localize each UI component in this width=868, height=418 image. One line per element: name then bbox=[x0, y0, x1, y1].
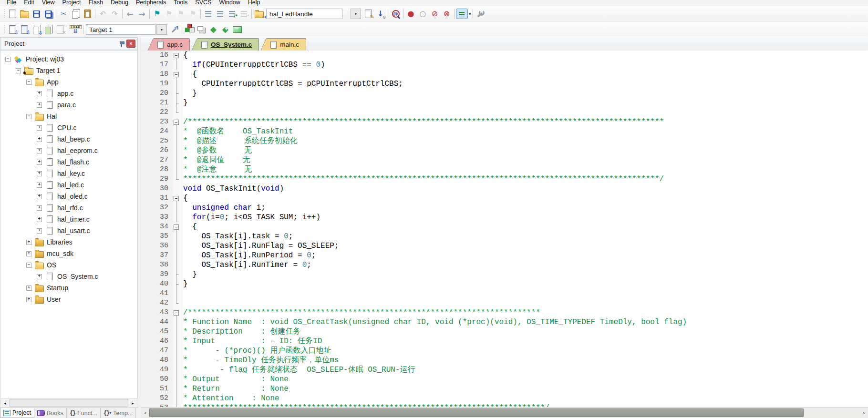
manage-rte-button[interactable] bbox=[184, 23, 196, 36]
tree-item-hal-usart-c[interactable]: +hal_usart.c bbox=[0, 225, 137, 236]
paste-button[interactable] bbox=[82, 8, 93, 20]
select-folder-objects-button[interactable]: ◆▼ bbox=[219, 23, 231, 36]
nav-forward-button[interactable]: → bbox=[136, 8, 148, 20]
expand-expander-icon[interactable]: + bbox=[37, 205, 42, 211]
bookmark-prev-button[interactable]: ⚑ bbox=[163, 8, 175, 20]
tree-item-hal-flash-c[interactable]: +hal_flash.c bbox=[0, 156, 137, 168]
fold-collapse-icon[interactable] bbox=[173, 117, 180, 127]
bookmark-clear-all-button[interactable]: ⚑ bbox=[187, 8, 199, 20]
menu-file[interactable]: File bbox=[3, 0, 20, 6]
view-tab-funct[interactable]: {}Funct... bbox=[67, 408, 101, 418]
scroll-left-arrow-icon[interactable]: ‹ bbox=[141, 409, 149, 417]
tree-item-libraries[interactable]: +Libraries bbox=[0, 236, 137, 248]
tree-item-hal-beep-c[interactable]: +hal_beep.c bbox=[0, 133, 137, 145]
uncomment-selection-button[interactable]: /* bbox=[238, 8, 250, 20]
translate-button[interactable]: ⇩ bbox=[7, 23, 19, 36]
editor-tab-main-c[interactable]: main.c bbox=[268, 38, 306, 51]
menu-project[interactable]: Project bbox=[59, 0, 85, 6]
tree-item-app-c[interactable]: +app.c bbox=[0, 88, 137, 99]
tree-item-mcu-sdk[interactable]: +mcu_sdk bbox=[0, 248, 137, 259]
incremental-find-button[interactable]: ↓⊙ bbox=[374, 8, 386, 20]
expand-expander-icon[interactable]: + bbox=[37, 217, 42, 222]
combo-dropdown-arrow-icon[interactable]: ▾ bbox=[156, 24, 167, 35]
scroll-right-arrow-icon[interactable]: ▸ bbox=[129, 399, 137, 407]
fold-collapse-icon[interactable] bbox=[173, 308, 180, 317]
outdent-button[interactable] bbox=[214, 8, 226, 20]
expand-expander-icon[interactable]: + bbox=[37, 228, 42, 234]
fold-collapse-icon[interactable] bbox=[173, 222, 180, 232]
tree-item-hal-oled-c[interactable]: +hal_oled.c bbox=[0, 191, 137, 202]
configure-button[interactable] bbox=[475, 8, 486, 20]
close-panel-button[interactable]: × bbox=[126, 40, 135, 48]
editor-tab-os-system-c[interactable]: OS_System.c bbox=[198, 38, 259, 51]
nav-back-button[interactable]: ← bbox=[124, 8, 136, 20]
window-list-button[interactable]: ▾ bbox=[456, 8, 471, 20]
tree-item-os[interactable]: −OS bbox=[0, 259, 137, 271]
view-tab-project[interactable]: Project bbox=[0, 408, 34, 418]
scrollbar-thumb[interactable] bbox=[149, 408, 804, 417]
save-all-button[interactable] bbox=[42, 8, 54, 20]
open-file-button[interactable] bbox=[19, 8, 31, 20]
collapse-expander-icon[interactable]: − bbox=[5, 57, 10, 62]
tree-item-startup[interactable]: +Startup bbox=[0, 282, 137, 294]
expand-expander-icon[interactable]: + bbox=[26, 297, 31, 302]
tree-item-hal-rfd-c[interactable]: +hal_rfd.c bbox=[0, 202, 137, 214]
collapse-expander-icon[interactable]: − bbox=[26, 80, 31, 85]
collapse-expander-icon[interactable]: − bbox=[26, 114, 31, 119]
tree-item-cpu-c[interactable]: +CPU.c bbox=[0, 122, 137, 133]
editor-tab-app-c[interactable]: app.c bbox=[155, 38, 190, 51]
tree-item-hal-eeprom-c[interactable]: +hal_eeprom.c bbox=[0, 145, 137, 156]
tree-item-app[interactable]: −App bbox=[0, 76, 137, 88]
find-in-scope-button[interactable]: → bbox=[253, 8, 265, 20]
menu-help[interactable]: Help bbox=[244, 0, 264, 6]
search-term-combobox[interactable]: hal_LedHandle bbox=[266, 9, 342, 19]
expand-expander-icon[interactable]: + bbox=[37, 137, 42, 142]
tree-item-project-wj03[interactable]: −Project: wj03 bbox=[0, 53, 137, 65]
menu-window[interactable]: Window bbox=[215, 0, 244, 6]
tree-item-hal-key-c[interactable]: +hal_key.c bbox=[0, 168, 137, 179]
indent-button[interactable] bbox=[202, 8, 214, 20]
scroll-left-arrow-icon[interactable]: ◂ bbox=[1, 399, 9, 407]
menu-edit[interactable]: Edit bbox=[20, 0, 38, 6]
fold-collapse-icon[interactable] bbox=[173, 51, 180, 60]
menu-view[interactable]: View bbox=[38, 0, 59, 6]
insert-breakpoint-button[interactable]: ● bbox=[405, 8, 417, 20]
combo-dropdown-arrow-icon[interactable]: ▾ bbox=[351, 9, 361, 19]
kill-all-breakpoints-button[interactable]: ⊗ bbox=[441, 8, 453, 20]
file-extensions-button[interactable]: ◆ bbox=[207, 23, 219, 36]
panel-splitter[interactable] bbox=[138, 36, 141, 418]
expand-expander-icon[interactable]: + bbox=[37, 171, 42, 176]
menu-peripherals[interactable]: Peripherals bbox=[132, 0, 170, 6]
download-load-button[interactable]: LOAD⇊ bbox=[70, 23, 82, 36]
stop-build-button[interactable]: ✕ bbox=[54, 23, 66, 36]
scrollbar-thumb[interactable] bbox=[10, 399, 128, 407]
find-button[interactable] bbox=[390, 8, 402, 20]
code-editor[interactable]: 16{17 if(CPUInterrupptCtrlCBS == 0)18 {1… bbox=[141, 51, 868, 408]
tree-item-os-system-c[interactable]: +OS_System.c bbox=[0, 271, 137, 282]
expand-expander-icon[interactable]: + bbox=[37, 91, 42, 96]
toolbar-grip[interactable] bbox=[3, 25, 5, 34]
expand-expander-icon[interactable]: + bbox=[37, 183, 42, 188]
batch-build-button[interactable] bbox=[42, 23, 54, 36]
collapse-expander-icon[interactable]: − bbox=[16, 68, 21, 73]
toolbar-grip[interactable] bbox=[3, 9, 5, 19]
build-button[interactable]: ⇩ bbox=[19, 23, 31, 36]
rebuild-button[interactable]: ⇩ bbox=[31, 23, 42, 36]
fold-collapse-icon[interactable] bbox=[173, 194, 180, 203]
new-file-button[interactable] bbox=[7, 8, 19, 20]
expand-expander-icon[interactable]: + bbox=[37, 274, 42, 279]
expand-expander-icon[interactable]: + bbox=[37, 194, 42, 199]
expand-expander-icon[interactable]: + bbox=[26, 240, 31, 245]
bookmark-next-button[interactable]: ⚑ bbox=[175, 8, 187, 20]
expand-expander-icon[interactable]: + bbox=[37, 160, 42, 165]
tree-item-target-1[interactable]: −✱Target 1 bbox=[0, 65, 137, 76]
pin-icon[interactable] bbox=[119, 41, 124, 47]
tree-item-hal-led-c[interactable]: +hal_led.c bbox=[0, 179, 137, 191]
expand-expander-icon[interactable]: + bbox=[37, 125, 42, 131]
target-select-combobox[interactable]: Target 1 bbox=[86, 24, 155, 35]
tree-item-user[interactable]: +User bbox=[0, 294, 137, 305]
view-tab-books[interactable]: Books bbox=[34, 408, 67, 418]
undo-button[interactable]: ↶ bbox=[97, 8, 109, 20]
scroll-right-arrow-icon[interactable]: › bbox=[860, 409, 868, 417]
disable-all-breakpoints-button[interactable]: ⊘ bbox=[429, 8, 441, 20]
